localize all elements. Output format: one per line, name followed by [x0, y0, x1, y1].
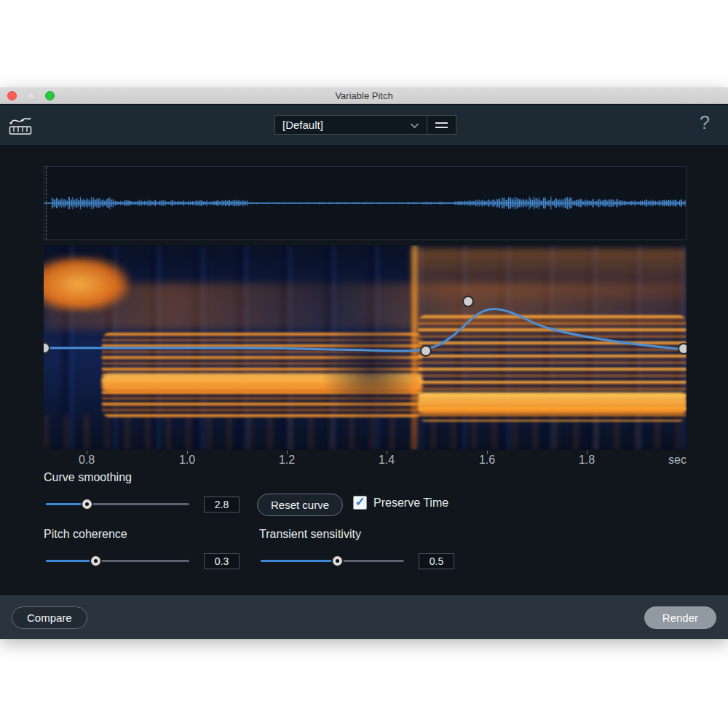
- preset-menu-button[interactable]: [427, 115, 456, 135]
- variable-pitch-window: Variable Pitch [Default]: [0, 87, 728, 639]
- transient-sensitivity-label: Transient sensitivity: [259, 528, 361, 541]
- time-label: 1.2: [279, 454, 295, 467]
- window-title: Variable Pitch: [335, 90, 392, 101]
- preserve-time-label: Preserve Time: [373, 496, 448, 510]
- close-button[interactable]: [7, 91, 17, 100]
- curve-point[interactable]: [678, 344, 687, 354]
- slider-thumb[interactable]: [81, 498, 93, 510]
- curve-point[interactable]: [421, 346, 431, 356]
- preset-dropdown[interactable]: [Default]: [274, 115, 427, 135]
- pitch-curve-overlay: [44, 245, 687, 450]
- minimize-button[interactable]: [26, 91, 36, 100]
- pitch-coherence-label: Pitch coherence: [44, 528, 127, 541]
- check-icon: ✓: [355, 496, 365, 508]
- curve-smoothing-slider[interactable]: [46, 498, 189, 511]
- transient-sensitivity-slider[interactable]: [261, 555, 404, 568]
- pitch-coherence-slider[interactable]: [46, 555, 189, 568]
- footer-bar: Compare Render: [0, 596, 728, 639]
- preset-value: [Default]: [282, 119, 410, 131]
- pitch-coherence-value[interactable]: 0.3: [204, 553, 240, 569]
- curve-point[interactable]: [463, 296, 473, 306]
- pitch-curve[interactable]: [44, 309, 685, 351]
- slider-thumb[interactable]: [331, 555, 344, 567]
- traffic-lights: [7, 91, 55, 100]
- time-label: 1.4: [379, 454, 395, 467]
- transient-sensitivity-value[interactable]: 0.5: [419, 553, 454, 569]
- time-label: 1.8: [579, 454, 595, 467]
- time-unit-label: sec: [668, 454, 687, 467]
- compare-button[interactable]: Compare: [12, 606, 87, 629]
- waveform: [44, 167, 686, 240]
- hamburger-menu-icon: [435, 122, 448, 124]
- zoom-button[interactable]: [45, 91, 55, 100]
- render-button[interactable]: Render: [644, 606, 716, 629]
- curve-smoothing-value[interactable]: 2.8: [204, 496, 240, 513]
- checkbox-box[interactable]: ✓: [353, 496, 367, 510]
- reset-curve-button[interactable]: Reset curve: [257, 494, 343, 516]
- time-label: 1.6: [479, 454, 495, 467]
- waveform-display[interactable]: [44, 166, 687, 240]
- curve-smoothing-label: Curve smoothing: [44, 471, 132, 484]
- toolbar: [Default] ?: [0, 105, 728, 145]
- variable-pitch-module-icon: [9, 115, 32, 138]
- time-label: 1.0: [179, 454, 195, 467]
- help-button[interactable]: ?: [695, 112, 715, 133]
- time-label: 0.8: [79, 454, 95, 467]
- time-axis: 0.8 1.0 1.2 1.4 1.6 1.8 sec: [44, 451, 687, 468]
- chevron-down-icon: [410, 119, 419, 131]
- curve-point[interactable]: [44, 343, 50, 353]
- preserve-time-checkbox[interactable]: ✓ Preserve Time: [353, 496, 448, 510]
- titlebar: Variable Pitch: [0, 87, 728, 104]
- spectrogram-display[interactable]: [44, 245, 687, 450]
- slider-thumb[interactable]: [90, 555, 102, 567]
